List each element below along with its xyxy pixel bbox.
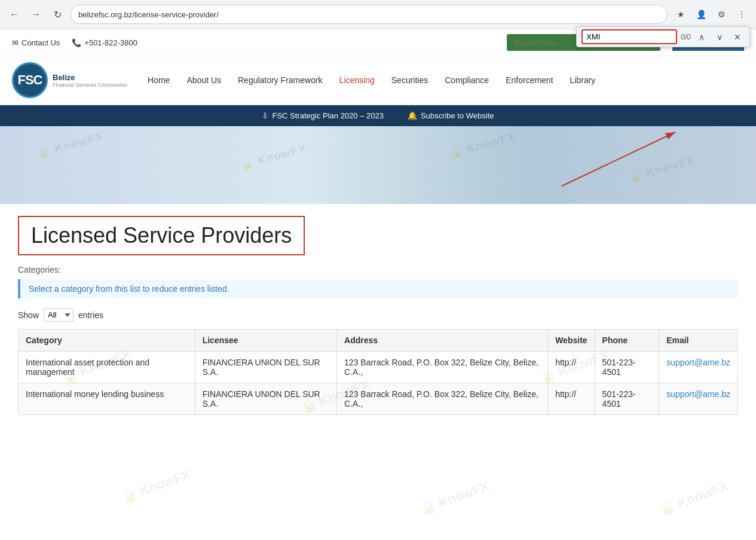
extension-icon[interactable]: ⚙ — [713, 6, 730, 23]
nav-library[interactable]: Library — [562, 63, 604, 97]
show-entries-row: Show All 10 25 50 100 entries — [18, 308, 738, 322]
col-email: Email — [659, 330, 738, 352]
banner: ⇩ FSC Strategic Plan 2020 – 2023 🔔 Subsc… — [0, 105, 756, 126]
col-licensee: Licensee — [195, 330, 336, 352]
page-title-box: Licensed Service Providers — [18, 216, 305, 255]
phone-item[interactable]: 📞 +501-822-3800 — [72, 38, 137, 47]
nav-enforcement[interactable]: Enforcement — [497, 63, 561, 97]
find-close-button[interactable]: ✕ — [730, 30, 745, 44]
cell-website: http:// — [548, 352, 595, 383]
category-hint: Select a category from this list to redu… — [18, 279, 738, 298]
categories-label: Categories: — [18, 265, 738, 274]
profile-icon[interactable]: 👤 — [693, 6, 709, 23]
banner-subscribe[interactable]: 🔔 Subscribe to Website — [408, 111, 494, 120]
nav-links: Home About Us Regulatory Framework Licen… — [139, 63, 604, 97]
find-input[interactable] — [581, 29, 677, 44]
nav-securities[interactable]: Securities — [383, 63, 436, 97]
find-bar: 0/0 ∧ ∨ ✕ — [576, 26, 750, 47]
phone-number: +501-822-3800 — [84, 38, 137, 47]
table-row: International money lending business FIN… — [19, 383, 738, 415]
hero-image: 🔒 KnowFX 🔒 KnowFX 🔒 KnowFX 🔒 KnowFX — [0, 126, 756, 204]
cell-address: 123 Barrack Road, P.O. Box 322, Belize C… — [337, 352, 548, 383]
cell-website: http:// — [548, 383, 595, 415]
envelope-icon: ✉ — [12, 38, 19, 47]
cell-phone: 501-223-4501 — [595, 383, 659, 415]
contact-us-item[interactable]: ✉ Contact Us — [12, 38, 60, 47]
email-link[interactable]: support@ame.bz — [666, 389, 730, 399]
cell-licensee: FINANCIERA UNION DEL SUR S.A. — [195, 352, 336, 383]
col-phone: Phone — [595, 330, 659, 352]
logo-icon: FSC — [12, 62, 48, 98]
entries-label: entries — [78, 310, 103, 320]
nav-home[interactable]: Home — [139, 63, 178, 97]
find-prev-button[interactable]: ∧ — [694, 30, 709, 44]
main-content: Licensed Service Providers Categories: S… — [0, 204, 756, 427]
bell-icon: 🔔 — [408, 111, 417, 120]
cell-licensee: FINANCIERA UNION DEL SUR S.A. — [195, 383, 336, 415]
col-website: Website — [548, 330, 595, 352]
phone-icon: 📞 — [72, 38, 81, 47]
download-icon: ⇩ — [262, 111, 268, 120]
cell-email: support@ame.bz — [659, 352, 738, 383]
url-text: belizefsc.org.bz/license-service-provide… — [78, 10, 219, 19]
licensed-providers-table: Category Licensee Address Website Phone … — [18, 329, 738, 415]
nav-about-us[interactable]: About Us — [178, 63, 229, 97]
reload-button[interactable]: ↻ — [49, 6, 66, 23]
nav-licensing[interactable]: Licensing — [331, 63, 383, 97]
banner-strategic-plan[interactable]: ⇩ FSC Strategic Plan 2020 – 2023 — [262, 111, 383, 120]
col-category: Category — [19, 330, 195, 352]
find-next-button[interactable]: ∨ — [712, 30, 727, 44]
forward-button[interactable]: → — [27, 6, 44, 23]
address-bar[interactable]: belizefsc.org.bz/license-service-provide… — [71, 5, 668, 24]
page-title: Licensed Service Providers — [31, 223, 292, 248]
bookmark-icon[interactable]: ★ — [672, 6, 689, 23]
menu-icon[interactable]: ⋮ — [733, 6, 750, 23]
cell-email: support@ame.bz — [659, 383, 738, 415]
nav-compliance[interactable]: Compliance — [436, 63, 497, 97]
col-address: Address — [337, 330, 548, 352]
email-link[interactable]: support@ame.bz — [666, 358, 730, 367]
find-count: 0/0 — [681, 33, 691, 41]
cell-phone: 501-223-4501 — [595, 352, 659, 383]
nav-regulatory-framework[interactable]: Regulatory Framework — [229, 63, 331, 97]
cell-category: International money lending business — [19, 383, 195, 415]
back-button[interactable]: ← — [6, 6, 23, 23]
show-label: Show — [18, 310, 39, 320]
contact-label: Contact Us — [22, 38, 60, 47]
table-header-row: Category Licensee Address Website Phone … — [19, 330, 738, 352]
logo-area[interactable]: FSC Belize Financial Services Commission — [12, 56, 127, 104]
logo-text: Belize Financial Services Commission — [53, 73, 127, 88]
cell-address: 123 Barrack Road, P.O. Box 322, Belize C… — [337, 383, 548, 415]
entries-select[interactable]: All 10 25 50 100 — [44, 308, 74, 322]
navbar: FSC Belize Financial Services Commission… — [0, 56, 756, 105]
cell-category: International asset protection and manag… — [19, 352, 195, 383]
table-row: International asset protection and manag… — [19, 352, 738, 383]
